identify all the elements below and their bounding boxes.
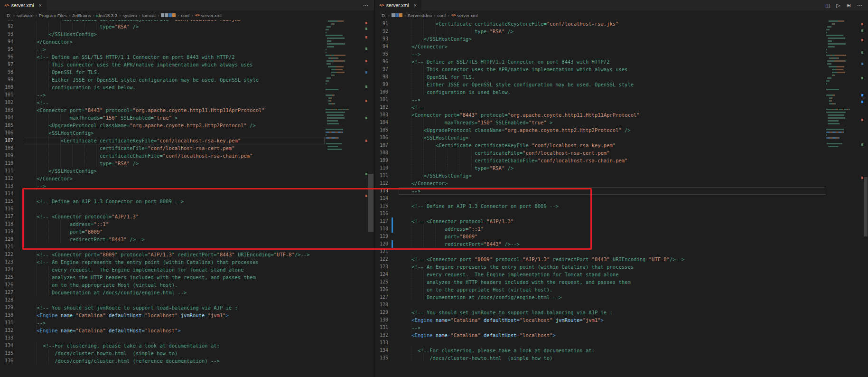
scrollbar-thumb[interactable] [368, 174, 373, 232]
code-line[interactable]: 93</SSLHostConfig> [375, 35, 825, 43]
breadcrumb-item[interactable]: system [122, 13, 137, 18]
breadcrumb-item[interactable]: idea18.3.3 [96, 13, 117, 18]
tab-server-xml-right[interactable]: </> server.xml × [375, 0, 421, 10]
code-text[interactable]: on to the appropriate Host (virtual host… [24, 281, 325, 289]
minimap[interactable] [825, 20, 863, 377]
more-actions-icon[interactable]: ⋯ [857, 3, 862, 8]
code-text[interactable] [399, 339, 825, 347]
code-line[interactable]: 125 analyzes the HTTP headers included w… [375, 278, 825, 286]
minimap[interactable] [325, 20, 367, 377]
code-text[interactable]: --> [24, 319, 325, 327]
line-number[interactable]: 94 [0, 38, 13, 46]
vertical-scrollbar[interactable] [367, 20, 374, 377]
code-line[interactable]: 119 port="8009" [0, 228, 325, 236]
code-text[interactable] [24, 243, 325, 251]
code-line[interactable]: 118 address="::1" [0, 220, 325, 228]
code-line[interactable]: 117<!-- <Connector protocol="AJP/1.3" [375, 217, 825, 225]
code-text[interactable]: <Engine name="Catalina" defaultHost="loc… [24, 311, 325, 319]
code-text[interactable]: <!--For clustering, please take a look a… [399, 347, 825, 354]
code-line[interactable]: 112</Connector> [0, 175, 325, 182]
code-line[interactable]: 130<Engine name="Catalina" defaultHost="… [375, 316, 825, 324]
code-line[interactable]: 109 certificateChainFile="conf/localhost… [0, 152, 325, 160]
code-text[interactable]: --> [399, 96, 825, 104]
code-text[interactable]: configuration is used below. [399, 88, 825, 96]
line-number[interactable]: 101 [375, 96, 388, 104]
code-line[interactable]: 110 type="RSA" /> [0, 160, 325, 167]
code-line[interactable]: 133 [0, 334, 325, 342]
code-text[interactable]: <!-- An Engine represents the entry poin… [399, 263, 825, 271]
code-line[interactable]: 108 certificateFile="conf/localhost-rsa-… [0, 144, 325, 152]
line-number[interactable]: 128 [375, 301, 388, 309]
code-text[interactable]: <!-- <Connector protocol="AJP/1.3" [24, 213, 325, 220]
code-line[interactable]: 108 certificateFile="conf/localhost-rsa-… [375, 149, 825, 157]
breadcrumb-item[interactable]: conf [437, 13, 446, 18]
line-number[interactable]: 109 [375, 157, 388, 164]
line-number[interactable]: 132 [375, 331, 388, 339]
code-text[interactable]: <!-- You should set jvmRoute to support … [399, 309, 825, 316]
code-text[interactable]: port="8009" [399, 233, 825, 240]
code-text[interactable] [24, 190, 325, 198]
line-number[interactable]: 101 [0, 91, 13, 99]
line-number[interactable]: 96 [0, 53, 13, 61]
line-number[interactable]: 118 [0, 220, 13, 228]
breadcrumb-item[interactable]: Program Files [39, 13, 67, 18]
code-line[interactable]: 116 [0, 205, 325, 213]
line-number[interactable]: 128 [0, 296, 13, 304]
code-text[interactable]: /docs/config/cluster.html (reference doc… [24, 357, 325, 365]
code-line[interactable]: 122<!-- <Connector port="8009" protocol=… [0, 251, 325, 258]
line-number[interactable]: 123 [375, 263, 388, 271]
code-line[interactable]: 120 redirectPort="8443" />--> [375, 240, 825, 248]
code-line[interactable]: 102<!-- [375, 104, 825, 111]
line-number[interactable]: 120 [0, 236, 13, 243]
code-text[interactable]: <UpgradeProtocol className="org.apache.c… [24, 122, 325, 129]
line-number[interactable]: 98 [0, 68, 13, 76]
code-text[interactable]: --> [399, 324, 825, 331]
line-number[interactable]: 109 [0, 152, 13, 160]
code-line[interactable]: 118 address="::1" [375, 225, 825, 233]
code-line[interactable]: 104 maxThreads="150" SSLEnabled="true" > [0, 114, 325, 122]
code-text[interactable]: This connector uses the APR/native imple… [24, 61, 325, 68]
code-text[interactable]: </SSLHostConfig> [399, 35, 825, 43]
code-text[interactable]: every request. The Engine implementation… [399, 271, 825, 278]
line-number[interactable]: 108 [375, 149, 388, 157]
line-number[interactable]: 92 [0, 23, 13, 30]
code-text[interactable]: </SSLHostConfig> [24, 167, 325, 175]
line-number[interactable]: 97 [375, 66, 388, 73]
line-number[interactable]: 130 [375, 316, 388, 324]
line-number[interactable]: 118 [375, 225, 388, 233]
code-text[interactable]: OpenSSL for TLS. [24, 68, 325, 76]
code-line[interactable]: 92 type="RSA" /> [0, 23, 325, 30]
line-number[interactable]: 112 [0, 175, 13, 182]
line-number[interactable]: 131 [375, 324, 388, 331]
code-text[interactable]: --> [24, 91, 325, 99]
code-text[interactable]: </SSLHostConfig> [24, 30, 325, 38]
line-number[interactable]: 123 [0, 258, 13, 266]
line-number[interactable]: 116 [0, 205, 13, 213]
tab-server-xml-left[interactable]: </> server.xml × [0, 0, 47, 10]
code-line[interactable]: 100 configuration is used below. [0, 84, 325, 91]
code-text[interactable]: <!-- You should set jvmRoute to support … [24, 304, 325, 311]
code-text[interactable]: <Certificate certificateKeyFile="conf/lo… [399, 141, 825, 149]
code-text[interactable] [399, 248, 825, 255]
code-text[interactable] [399, 195, 825, 202]
line-number[interactable]: 113 [0, 182, 13, 190]
line-number[interactable]: 104 [375, 119, 388, 126]
editor-left[interactable]: 91<Certificate certificateKeystoreFile="… [0, 20, 374, 377]
code-line[interactable]: 135 /docs/cluster-howto.html (simple how… [375, 354, 825, 362]
code-text[interactable] [399, 210, 825, 217]
code-line[interactable]: 123<!-- An Engine represents the entry p… [0, 258, 325, 266]
line-number[interactable]: 95 [375, 50, 388, 58]
code-line[interactable]: 123<!-- An Engine represents the entry p… [375, 263, 825, 271]
code-text[interactable]: <SSLHostConfig> [24, 129, 325, 137]
code-text[interactable]: <!-- Define an AJP 1.3 Connector on port… [24, 198, 325, 205]
code-line[interactable]: 96<!-- Define an SSL/TLS HTTP/1.1 Connec… [0, 53, 325, 61]
line-number[interactable]: 125 [375, 278, 388, 286]
line-number[interactable]: 107 [0, 137, 13, 144]
code-line[interactable]: 98 OpenSSL for TLS. [0, 68, 325, 76]
code-line[interactable]: 129<!-- You should set jvmRoute to suppo… [375, 309, 825, 316]
line-number[interactable]: 92 [375, 28, 388, 35]
line-number[interactable]: 102 [375, 104, 388, 111]
code-text[interactable]: --> [24, 46, 325, 53]
line-number[interactable]: 126 [0, 281, 13, 289]
line-number[interactable]: 115 [0, 198, 13, 205]
